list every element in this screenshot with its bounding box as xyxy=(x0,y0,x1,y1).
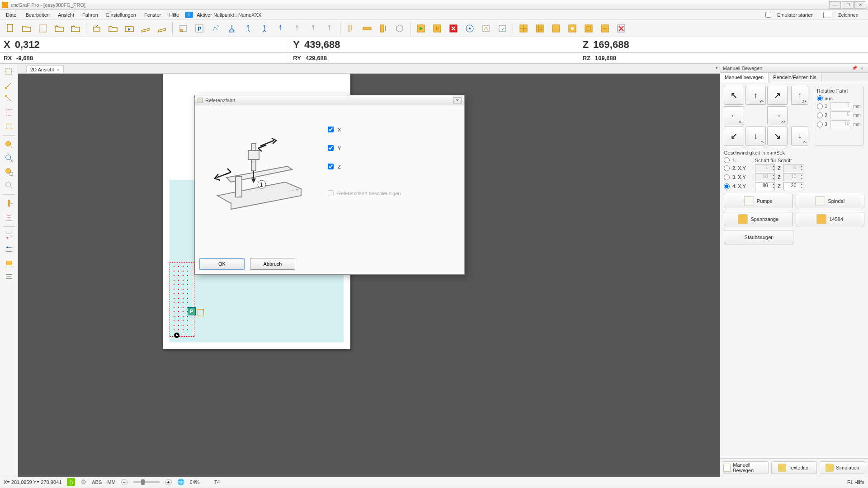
close-button[interactable]: ✕ xyxy=(854,1,866,9)
ref-x-checkbox[interactable]: X xyxy=(326,125,401,134)
vtool-shape-d[interactable] xyxy=(2,120,16,132)
pin-icon[interactable]: 📌 xyxy=(850,66,859,70)
vtool-shape-f[interactable] xyxy=(2,243,16,256)
tool-axis-z[interactable]: Z xyxy=(273,21,288,36)
panel-tab-manuell[interactable]: Manuell Bewegen xyxy=(723,461,769,474)
tool-box-dd[interactable] xyxy=(89,21,104,36)
tool-plane-dd[interactable] xyxy=(154,21,170,36)
pumpe-button[interactable]: Pumpe xyxy=(724,194,793,208)
tool-height[interactable] xyxy=(376,21,391,36)
tool-folder-dd[interactable] xyxy=(105,21,121,36)
tool-grid-c[interactable] xyxy=(548,21,564,36)
tool-grid-b[interactable] xyxy=(532,21,547,36)
menu-ansicht[interactable]: Ansicht xyxy=(54,11,78,19)
speed-3-radio[interactable] xyxy=(724,174,730,180)
menu-einstellungen[interactable]: Einstellungen xyxy=(102,11,140,19)
panel-tab-simulation[interactable]: Simulation xyxy=(820,461,865,474)
jog-nw[interactable]: ↖ xyxy=(724,86,744,105)
vtool-shape-b[interactable] xyxy=(2,93,16,105)
jog-z-up[interactable]: ↑Z+ xyxy=(791,86,808,105)
tool-speed[interactable] xyxy=(478,21,494,36)
tool-new[interactable] xyxy=(3,21,18,36)
menu-bearbeiten[interactable]: Bearbeiten xyxy=(22,11,54,19)
tool-measure[interactable] xyxy=(359,21,375,36)
tool-play-folder[interactable] xyxy=(122,21,137,36)
menu-fahren[interactable]: Fahren xyxy=(78,11,102,19)
rel-2-radio[interactable] xyxy=(817,113,823,118)
status-abs[interactable]: ABS xyxy=(92,479,102,485)
vtool-shape-e[interactable] xyxy=(2,230,16,242)
panel-tab-texteditor[interactable]: Texteditor xyxy=(771,461,817,474)
tool-open[interactable] xyxy=(19,21,34,36)
settings-icon[interactable]: ⚙ xyxy=(80,478,86,486)
vtool-drill[interactable] xyxy=(2,197,16,210)
tool-target[interactable] xyxy=(462,21,477,36)
spindel-button[interactable]: Spindel xyxy=(796,194,865,208)
tab-pendeln[interactable]: Pendeln/Fahren bis xyxy=(769,73,821,82)
tool-axis-b[interactable]: B xyxy=(306,21,321,36)
menu-fenster[interactable]: Fenster xyxy=(140,11,165,19)
tab-2d-ansicht[interactable]: 2D Ansicht× xyxy=(26,66,64,73)
speed-1-radio[interactable] xyxy=(724,157,730,163)
tool-grid-f[interactable] xyxy=(597,21,613,36)
tab-manuell-bewegen[interactable]: Manuell bewegen xyxy=(720,73,769,82)
speed-4-z-input[interactable]: 20 xyxy=(783,182,803,190)
tab-dropdown-icon[interactable]: ▾ xyxy=(716,66,718,70)
tool-axis-x[interactable]: X xyxy=(241,21,256,36)
tool-save[interactable] xyxy=(35,21,51,36)
maximize-button[interactable]: ❐ xyxy=(842,1,854,9)
tool-caliper[interactable] xyxy=(343,21,359,36)
zeichnen-checkbox[interactable]: Zeichnen xyxy=(823,11,863,19)
tool-cross[interactable] xyxy=(613,21,629,36)
jog-ne[interactable]: ↗ xyxy=(767,86,788,105)
zoom-slider[interactable] xyxy=(133,481,160,483)
staubsauger-button[interactable]: Staubsauger xyxy=(724,230,793,244)
tool-folder-a[interactable] xyxy=(52,21,67,36)
tool-spray[interactable] xyxy=(208,21,223,36)
tool-run[interactable] xyxy=(413,21,429,36)
jog-e[interactable]: →X+ xyxy=(767,106,788,125)
tool-origin[interactable] xyxy=(175,21,191,36)
vtool-zoom-c[interactable] xyxy=(2,165,16,178)
tool-axis-c[interactable]: C xyxy=(322,21,337,36)
tool-plane[interactable] xyxy=(138,21,153,36)
status-mm[interactable]: MM xyxy=(107,479,115,485)
ref-z-checkbox[interactable]: Z xyxy=(326,162,401,171)
vtool-shape-h[interactable] xyxy=(2,270,16,283)
speed-4-radio[interactable] xyxy=(724,183,730,189)
speed-2-radio[interactable] xyxy=(724,165,730,171)
tool-park[interactable]: P xyxy=(192,21,207,36)
tool-grid-a[interactable] xyxy=(516,21,531,36)
vtool-shape-a[interactable] xyxy=(2,79,16,92)
rel-aus-radio[interactable] xyxy=(817,95,823,101)
tool-folder-b[interactable] xyxy=(68,21,83,36)
rel-1-radio[interactable] xyxy=(817,103,823,109)
vtool-shape-g[interactable] xyxy=(2,257,16,269)
tool-grid-e[interactable] xyxy=(581,21,596,36)
jog-se[interactable]: ↘ xyxy=(767,127,788,145)
tool-axis-a[interactable]: A xyxy=(289,21,305,36)
minimize-button[interactable]: — xyxy=(829,1,841,9)
cancel-button[interactable]: Abbruch xyxy=(250,258,295,270)
usb-status-icon[interactable]: ⎙ xyxy=(67,478,75,486)
tab-close-icon[interactable]: × xyxy=(57,67,60,72)
tool-gauge[interactable] xyxy=(495,21,510,36)
jog-w[interactable]: ←X- xyxy=(724,106,744,125)
vtool-select[interactable] xyxy=(2,66,16,78)
tool-axis-y[interactable]: Y xyxy=(257,21,272,36)
zoom-in-icon[interactable]: + xyxy=(165,479,172,485)
tool-xyz[interactable]: XYZ xyxy=(224,21,240,36)
panel-close-icon[interactable]: × xyxy=(859,66,865,71)
globe-icon[interactable]: 🌐 xyxy=(177,479,184,485)
rel-3-radio[interactable] xyxy=(817,122,823,127)
speed-display-button[interactable]: 14584 xyxy=(796,212,865,226)
tool-stop[interactable] xyxy=(446,21,461,36)
jog-n[interactable]: ↑Y+ xyxy=(745,86,766,105)
vtool-list[interactable] xyxy=(2,211,16,224)
zoom-out-icon[interactable]: − xyxy=(121,479,127,485)
ref-y-checkbox[interactable]: Y xyxy=(326,144,401,152)
menu-hilfe[interactable]: Hilfe xyxy=(165,11,183,19)
menu-datei[interactable]: Datei xyxy=(2,11,22,19)
vtool-zoom-a[interactable] xyxy=(2,138,16,151)
vtool-zoom-d[interactable] xyxy=(2,179,16,192)
